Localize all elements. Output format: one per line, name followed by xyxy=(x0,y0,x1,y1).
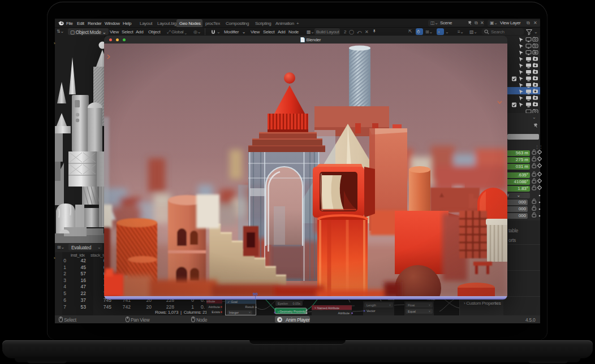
svg-text:Epsilon: Epsilon xyxy=(278,302,288,305)
svg-text:˅: ˅ xyxy=(249,311,251,314)
svg-text:Exists: Exists xyxy=(212,310,220,314)
svg-text:˅: ˅ xyxy=(429,310,430,313)
svg-text:Attribute: Attribute xyxy=(338,311,350,315)
svg-text:Vector: Vector xyxy=(367,309,376,313)
svg-text:˅ Named Attribute: ˅ Named Attribute xyxy=(314,306,339,310)
svg-text:✓ Goal: ✓ Goal xyxy=(227,300,238,304)
svg-text:Integer: Integer xyxy=(229,311,239,314)
svg-text:Length: Length xyxy=(367,304,376,307)
svg-text:tribute: tribute xyxy=(206,300,215,303)
svg-text:Result: Result xyxy=(245,305,254,309)
svg-text:Equal: Equal xyxy=(408,310,416,313)
svg-text:0.05s: 0.05s xyxy=(293,302,301,305)
svg-text:› Geometry Proximity: › Geometry Proximity xyxy=(278,310,306,313)
svg-text:˅: ˅ xyxy=(389,304,391,307)
svg-text:Float: Float xyxy=(408,304,415,307)
svg-text:˅: ˅ xyxy=(429,304,430,307)
svg-text:Attribute: Attribute xyxy=(209,305,220,309)
